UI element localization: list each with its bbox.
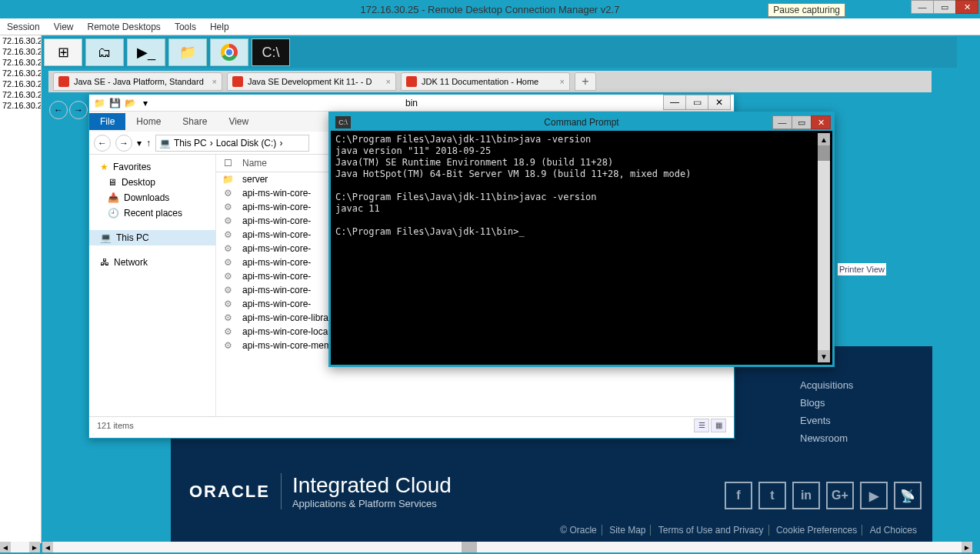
footer-link[interactable]: Acquisitions xyxy=(800,376,923,394)
crumb[interactable]: This PC xyxy=(174,138,207,149)
tree-scrollbar[interactable]: ◄ ► xyxy=(0,542,40,552)
minimize-button[interactable]: — xyxy=(663,95,686,110)
nav-dropdown-icon[interactable]: ▾ xyxy=(137,138,142,149)
select-all-checkbox[interactable]: ☐ xyxy=(216,158,239,169)
ip-item[interactable]: 72.16.30.2 xyxy=(0,46,41,57)
cmd-scrollbar[interactable]: ▲ ▼ xyxy=(818,133,830,362)
close-icon[interactable]: × xyxy=(212,77,217,86)
oracle-legal-links: © Oracle Site Map Terms of Use and Priva… xyxy=(555,525,922,536)
file-icon: ⚙ xyxy=(216,202,239,212)
googleplus-icon[interactable]: G+ xyxy=(826,482,854,509)
browser-tabstrip: Java SE - Java Platform, Standard× Java … xyxy=(48,71,932,92)
scroll-down-icon[interactable]: ▼ xyxy=(818,350,830,362)
browser-forward-button[interactable]: → xyxy=(69,101,88,119)
taskbar-cmd-icon[interactable]: C:\ xyxy=(252,38,290,66)
drive-icon: 💻 xyxy=(159,138,171,149)
start-button[interactable]: ⊞ xyxy=(44,38,82,66)
facebook-icon[interactable]: f xyxy=(725,482,752,509)
details-view-button[interactable]: ☰ xyxy=(694,419,709,432)
file-icon: ⚙ xyxy=(216,229,239,240)
menu-view[interactable]: View xyxy=(47,22,81,32)
youtube-icon[interactable]: ▶ xyxy=(860,482,888,509)
footer-link[interactable]: © Oracle xyxy=(555,525,602,536)
qat-folder-icon[interactable]: 📂 xyxy=(123,96,137,110)
ribbon-share[interactable]: Share xyxy=(172,113,218,130)
ip-item[interactable]: 72.16.30.2 xyxy=(0,68,41,78)
status-count: 121 items xyxy=(97,421,134,430)
scroll-right-icon[interactable]: ► xyxy=(962,542,972,552)
qat-dropdown-icon[interactable]: ▾ xyxy=(138,96,152,110)
close-icon[interactable]: × xyxy=(386,77,391,86)
minimize-button[interactable]: — xyxy=(911,0,934,14)
footer-link[interactable]: Terms of Use and Privacy xyxy=(654,525,769,536)
maximize-button[interactable]: ▭ xyxy=(792,115,812,129)
close-button[interactable]: ✕ xyxy=(811,115,831,129)
browser-tab[interactable]: JDK 11 Documentation - Home× xyxy=(401,72,570,91)
sidebar-recent[interactable]: 🕘 Recent places xyxy=(89,205,215,221)
menu-remote-desktops[interactable]: Remote Desktops xyxy=(81,22,168,32)
crumb[interactable]: Local Disk (C:) xyxy=(216,138,277,149)
ribbon-home[interactable]: Home xyxy=(125,113,172,130)
ribbon-view[interactable]: View xyxy=(218,113,259,130)
twitter-icon[interactable]: t xyxy=(758,482,786,509)
scroll-right-icon[interactable]: ► xyxy=(29,542,40,552)
rdc-title: 172.16.30.25 - Remote Desktop Connection… xyxy=(361,4,620,15)
rss-icon[interactable]: 📡 xyxy=(894,482,922,509)
nav-forward-button[interactable]: → xyxy=(115,135,132,152)
scroll-thumb[interactable] xyxy=(818,145,830,161)
footer-link[interactable]: Ad Choices xyxy=(865,525,922,536)
scroll-up-icon[interactable]: ▲ xyxy=(818,133,830,145)
file-icon: ⚙ xyxy=(216,188,239,199)
oracle-logo: ORACLE xyxy=(189,482,270,502)
ip-item[interactable]: 72.16.30.2 xyxy=(0,57,41,68)
sidebar-downloads[interactable]: 📥 Downloads xyxy=(89,190,215,205)
address-bar[interactable]: 💻 This PC › Local Disk (C:) › xyxy=(155,135,309,152)
icons-view-button[interactable]: ▦ xyxy=(711,419,726,432)
sidebar-desktop[interactable]: 🖥 Desktop xyxy=(89,175,215,190)
linkedin-icon[interactable]: in xyxy=(792,482,820,509)
close-button[interactable]: ✕ xyxy=(955,0,978,14)
scroll-thumb[interactable] xyxy=(462,542,477,552)
ip-item[interactable]: 72.16.30.2 xyxy=(0,100,41,111)
menu-session[interactable]: Session xyxy=(0,22,47,32)
close-icon[interactable]: × xyxy=(560,77,565,86)
footer-link[interactable]: Site Map xyxy=(605,525,651,536)
command-prompt-window: C:\ Command Prompt — ▭ ✕ C:\Program File… xyxy=(328,112,835,367)
new-tab-button[interactable]: + xyxy=(575,72,596,91)
footer-link[interactable]: Newsroom xyxy=(800,429,923,447)
maximize-button[interactable]: ▭ xyxy=(933,0,956,14)
scroll-left-icon[interactable]: ◄ xyxy=(42,542,53,552)
printer-view-link[interactable]: Printer View xyxy=(838,263,886,275)
menu-help[interactable]: Help xyxy=(203,22,236,32)
ip-item[interactable]: 72.16.30.2 xyxy=(0,89,41,100)
taskbar-explorer-icon[interactable]: 🗂 xyxy=(85,38,124,66)
taskbar-folder-icon[interactable]: 📁 xyxy=(168,38,207,66)
ip-item[interactable]: 72.16.30.2 xyxy=(0,78,41,89)
taskbar-chrome-icon[interactable] xyxy=(210,38,248,66)
maximize-button[interactable]: ▭ xyxy=(685,95,708,110)
cmd-body[interactable]: C:\Program Files\Java\jdk-11\bin>java -v… xyxy=(331,131,832,365)
close-button[interactable]: ✕ xyxy=(708,95,731,110)
menu-tools[interactable]: Tools xyxy=(168,22,203,32)
footer-link[interactable]: Blogs xyxy=(800,394,923,412)
browser-back-button[interactable]: ← xyxy=(49,101,68,119)
horizontal-scrollbar[interactable]: ◄ ► xyxy=(42,542,972,552)
footer-link[interactable]: Cookie Preferences xyxy=(772,525,862,536)
minimize-button[interactable]: — xyxy=(772,115,792,129)
sidebar-this-pc[interactable]: 💻 This PC xyxy=(89,230,215,245)
scroll-left-icon[interactable]: ◄ xyxy=(0,542,11,552)
nav-up-button[interactable]: ↑ xyxy=(146,138,151,149)
integrated-cloud-sub: Applications & Platform Services xyxy=(292,498,452,509)
file-icon: ⚙ xyxy=(216,215,239,226)
qat-save-icon[interactable]: 💾 xyxy=(108,96,122,110)
taskbar-powershell-icon[interactable]: ▶_ xyxy=(127,38,165,66)
sidebar-network[interactable]: 🖧 Network xyxy=(89,255,215,270)
favorites-header[interactable]: Favorites xyxy=(113,162,151,172)
ip-item[interactable]: 72.16.30.2 xyxy=(0,35,41,46)
ribbon-file[interactable]: File xyxy=(89,113,125,130)
browser-tab[interactable]: Java SE Development Kit 11- - D× xyxy=(227,72,396,91)
explorer-icon: 📁 xyxy=(92,96,106,110)
footer-link[interactable]: Events xyxy=(800,412,923,429)
nav-back-button[interactable]: ← xyxy=(94,135,111,152)
browser-tab[interactable]: Java SE - Java Platform, Standard× xyxy=(53,72,222,91)
